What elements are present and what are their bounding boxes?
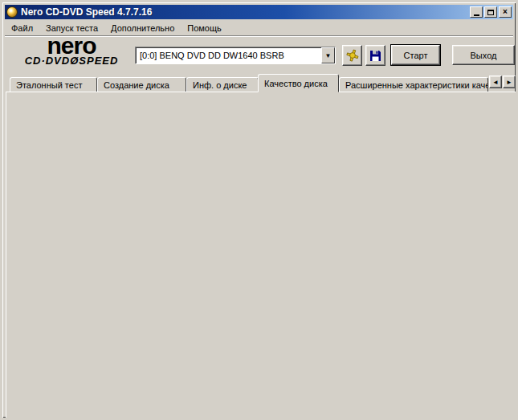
tab-disc-info[interactable]: Инф. о диске [186,77,259,92]
arrow-right-icon: ► [506,79,512,86]
close-button[interactable]: × [499,6,512,18]
minimize-button[interactable] [470,6,483,18]
menu-extra[interactable]: Дополнительно [104,22,181,35]
logo-line2: CD·DVDØSPEED [10,55,133,67]
drive-select-arrow[interactable]: ▼ [321,47,335,63]
tab-bar: Эталонный тест Создание диска Инф. о дис… [6,74,512,92]
maximize-icon [487,10,494,15]
tab-benchmark[interactable]: Эталонный тест [10,77,97,92]
app-window: Nero CD-DVD Speed 4.7.7.16 × Файл Запуск… [0,0,518,420]
save-icon [369,50,381,62]
window-title: Nero CD-DVD Speed 4.7.7.16 [21,6,468,18]
menu-help[interactable]: Помощь [181,22,228,35]
logo-line1: nero [10,36,133,55]
exit-button-label: Выход [471,51,497,60]
maximize-button[interactable] [484,6,497,18]
start-button[interactable]: Старт [391,45,440,65]
title-bar[interactable]: Nero CD-DVD Speed 4.7.7.16 × [5,5,513,19]
arrow-left-icon: ◄ [492,79,499,86]
tab-disc-quality[interactable]: Качество диска [258,74,339,92]
menu-file[interactable]: Файл [5,22,39,35]
app-icon [6,6,18,18]
tab-scroll-left-button[interactable]: ◄ [489,75,502,88]
disc-quality-page [6,92,517,419]
tab-scroll-right-button[interactable]: ► [503,75,516,88]
exit-button[interactable]: Выход [452,45,515,65]
drive-select-value: [0:0] BENQ DVD DD DW1640 BSRB [136,51,321,60]
minimize-icon [474,14,479,16]
options-button[interactable] [342,45,362,66]
close-icon: × [503,8,508,16]
tools-icon [346,49,359,62]
nero-logo: nero CD·DVDØSPEED [10,36,133,67]
start-button-label: Старт [404,51,428,60]
tab-create-disc[interactable]: Создание диска [97,77,186,92]
drive-select[interactable]: [0:0] BENQ DVD DD DW1640 BSRB ▼ [135,47,336,64]
tab-advanced-quality[interactable]: Расширенные характеристики качества дис [339,77,488,92]
save-button[interactable] [365,45,385,66]
chevron-down-icon: ▼ [325,52,332,59]
